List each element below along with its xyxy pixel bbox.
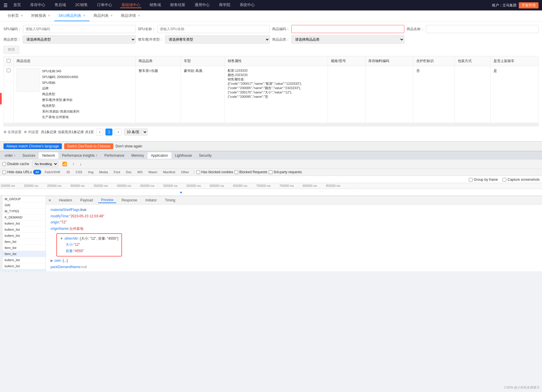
select-all-checkbox[interactable] [7, 59, 10, 63]
panel-resize-handle[interactable]: ⋮ [0, 196, 2, 271]
column-settings-btn[interactable]: ⚙ 列设置 [24, 130, 38, 135]
expand-icon[interactable]: ▼ [60, 236, 63, 242]
tab-product-list[interactable]: 商品列表 ✕ [89, 11, 117, 21]
filter-img[interactable]: Img [86, 170, 96, 174]
nav-common[interactable]: 通用中心 [193, 2, 211, 8]
nav-order[interactable]: 订单中心 [96, 2, 113, 8]
disable-button[interactable]: 禁用 [3, 46, 19, 54]
sidebar-item-ltem-3[interactable]: ltem_list [2, 251, 46, 257]
sidebar-item-kultem-4[interactable]: kultem_list [2, 257, 46, 263]
third-party-checkbox[interactable] [269, 170, 272, 174]
global-settings-btn[interactable]: ⚙ 全局设置 [3, 130, 21, 135]
product-type-select[interactable]: 请选择商品类型 [23, 35, 136, 44]
group-by-frame-checkbox[interactable] [469, 178, 473, 182]
filter-fetch-xhr[interactable]: Fetch/XHR [42, 170, 63, 174]
sidebar-item-m-group[interactable]: M_GROUP [2, 196, 46, 202]
detail-tab-timing[interactable]: Timing [162, 198, 178, 203]
row-checkbox[interactable] [7, 68, 10, 72]
nav-base[interactable]: 基础域中心 [120, 2, 141, 8]
collapse-icon[interactable]: ▶ [51, 258, 53, 264]
tab-product-detail[interactable]: 商品详情 ✕ [117, 11, 144, 21]
sidebar-item-m-type5[interactable]: M_TYPE5 [2, 208, 46, 214]
blocked-cookies-checkbox[interactable] [196, 170, 200, 174]
dt-tab-lighthouse[interactable]: Lighthouse [171, 152, 195, 159]
sidebar-item-k-demand[interactable]: K_DEMAND [2, 214, 46, 221]
detail-tab-preview[interactable]: Preview [98, 197, 116, 203]
nav-2csale[interactable]: 2C销售 [74, 2, 89, 8]
close-icon[interactable]: ✕ [110, 14, 113, 17]
spu-code-input[interactable] [23, 25, 136, 33]
nav-academy[interactable]: 商学院 [218, 2, 231, 8]
sidebar-item-gin[interactable]: GIN [2, 202, 46, 208]
product-name-input[interactable] [426, 25, 539, 33]
per-page-select[interactable]: 10 条/页 20 条/页 50 条/页 100 条/页 [124, 129, 148, 136]
disable-cache-label[interactable]: Disable cache [2, 162, 29, 166]
nav-aftersale[interactable]: 售后域 [53, 2, 67, 8]
sidebar-item-kultem-1[interactable]: kultem_list [2, 221, 46, 227]
menu-icon[interactable]: ☰ [3, 3, 8, 8]
close-icon[interactable]: ✕ [48, 14, 50, 17]
tab-analysis[interactable]: 分析页 ✕ [3, 11, 27, 21]
sidebar-item-ltem-1[interactable]: ltem_list [2, 239, 46, 245]
sidebar-item-kultem-3[interactable]: kultem_list [2, 233, 46, 239]
filter-css[interactable]: CSS [73, 170, 85, 174]
detail-tab-payload[interactable]: Payload [77, 198, 96, 203]
env-button[interactable]: 开发环境 [519, 2, 539, 8]
nav-inventory[interactable]: 库存中心 [29, 2, 46, 8]
throttle-select[interactable]: No throttling Fast 3G Slow 3G Offline [32, 161, 58, 167]
hide-data-urls-label[interactable]: Hide data URLs [2, 170, 32, 174]
filter-wasm[interactable]: Wasm [146, 170, 160, 174]
dt-tab-network[interactable]: Network [39, 152, 58, 159]
sidebar-item-ltem-2[interactable]: ltem_list [2, 245, 46, 251]
sidebar-item-kultem-6[interactable]: kultem_list [2, 269, 46, 271]
filter-other[interactable]: Other [179, 170, 191, 174]
blocked-requests-checkbox[interactable] [234, 170, 238, 174]
dt-tab-sources[interactable]: Sources [19, 152, 39, 159]
hide-data-urls-checkbox[interactable] [2, 170, 6, 174]
nav-finance[interactable]: 财务结算 [169, 2, 186, 8]
horizontal-scrollbar[interactable] [3, 123, 539, 126]
filter-manifest[interactable]: Manifest [161, 170, 178, 174]
table-scroll-wrapper[interactable]: 商品信息 商品品类 车型 销售属性 规格/型号 库存物料编码 含护栏标识 包装方… [3, 56, 539, 123]
detail-tab-headers[interactable]: Headers [56, 198, 75, 203]
prev-page-btn[interactable]: ‹ [96, 129, 103, 136]
dt-tab-memory[interactable]: Memory [128, 152, 147, 159]
page-1-btn[interactable]: 1 [105, 129, 112, 136]
filter-js[interactable]: JS [64, 170, 72, 174]
filter-font[interactable]: Font [112, 170, 123, 174]
match-language-btn[interactable]: Always match Chrome's language [3, 143, 62, 149]
dt-tab-perf-insights[interactable]: Performance insights ↑ [58, 152, 101, 159]
disable-cache-checkbox[interactable] [2, 162, 6, 166]
dt-tab-performance[interactable]: Performance [101, 152, 128, 159]
detail-tab-initiator[interactable]: Initiator [142, 198, 159, 203]
filter-all[interactable]: All [33, 170, 41, 174]
dt-tab-security[interactable]: Security [195, 152, 215, 159]
car-type-select[interactable]: 请选择整车类型 [165, 35, 270, 44]
blocked-cookies-label[interactable]: Has blocked cookies [196, 170, 233, 174]
filter-media[interactable]: Media [97, 170, 110, 174]
nav-home[interactable]: 首页 [12, 2, 22, 8]
next-page-btn[interactable]: › [115, 129, 122, 136]
blocked-requests-label[interactable]: Blocked Requests [234, 170, 268, 174]
capture-screenshots-checkbox[interactable] [502, 178, 506, 182]
download-icon[interactable]: ↓ [78, 161, 83, 167]
detail-tab-response[interactable]: Response [119, 198, 140, 203]
filter-ws[interactable]: WS [135, 170, 145, 174]
filter-doc[interactable]: Doc [124, 170, 134, 174]
product-code-input[interactable]: 20000001406001 [291, 25, 404, 33]
third-party-label[interactable]: 3rd-party requests [269, 170, 302, 174]
switch-chinese-btn[interactable]: Switch DevTools to Chinese [64, 143, 113, 149]
sidebar-item-kultem-2[interactable]: kultem_list [2, 227, 46, 233]
product-category-select[interactable]: 请选择商品品类 [291, 35, 404, 44]
nav-sales[interactable]: 销售域 [148, 2, 162, 8]
spu-name-input[interactable] [157, 25, 270, 33]
sidebar-item-kultem-5[interactable]: kultem_list [2, 263, 46, 269]
close-icon[interactable]: ✕ [83, 14, 85, 17]
detail-close-btn[interactable]: ✕ [48, 198, 51, 203]
close-icon[interactable]: ✕ [21, 14, 23, 17]
nav-system[interactable]: 系统中心 [238, 2, 256, 8]
tab-sku-list[interactable]: SKU商品列表 ✕ [54, 11, 89, 21]
tab-reconciliation[interactable]: 对账报表 ✕ [27, 11, 54, 21]
wifi-icon[interactable]: 📶 [61, 161, 68, 167]
upload-icon[interactable]: ↑ [71, 161, 76, 167]
